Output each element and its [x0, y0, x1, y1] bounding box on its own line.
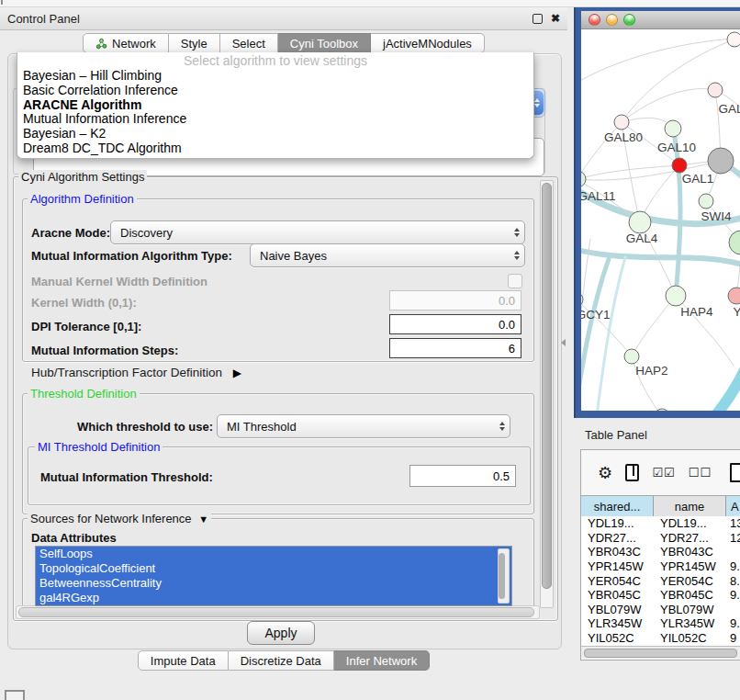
dpi-tolerance-input[interactable]: 0.0 [389, 314, 521, 334]
network-node-gal11[interactable] [581, 171, 586, 187]
tab-infer-network[interactable]: Infer Network [334, 650, 430, 671]
table-row[interactable]: YLR345WYLR345W9. [581, 616, 740, 631]
docked-panel-icon[interactable] [5, 690, 25, 700]
tab-style[interactable]: Style [169, 33, 220, 53]
table-hscrollbar-thumb[interactable] [584, 649, 737, 658]
algorithm-option-mutual-information-inference[interactable]: Mutual Information Inference [17, 112, 533, 127]
table-row[interactable]: YBR045CYBR045C9. [581, 588, 740, 603]
network-node-swi4[interactable] [699, 194, 713, 209]
minimize-button[interactable] [606, 14, 618, 26]
columns-icon[interactable] [625, 464, 639, 481]
node-label-hap4: HAP4 [680, 305, 713, 319]
aracne-mode-select[interactable]: Discovery [110, 220, 525, 244]
network-edge[interactable] [581, 39, 734, 86]
expand-right-icon[interactable]: ▶ [233, 367, 241, 379]
network-edge[interactable] [581, 259, 609, 411]
aracne-mode-label: Aracne Mode: [31, 226, 110, 240]
apply-button[interactable]: Apply [247, 621, 315, 645]
column-header-name[interactable]: name [654, 496, 726, 517]
column-header-shared[interactable]: shared... [581, 496, 654, 517]
tab-impute-data[interactable]: Impute Data [138, 650, 229, 671]
network-icon [95, 38, 107, 50]
network-graph[interactable]: GALGAL80GAL10GAL1GAL11SWI4GAL4GCY1HAP4YH… [581, 29, 740, 411]
manual-kernel-label: Manual Kernel Width Definition [31, 275, 207, 288]
close-button[interactable] [589, 14, 600, 26]
network-edge[interactable] [622, 88, 715, 122]
table-cell: YLR345W [581, 616, 654, 630]
table-hscrollbar[interactable] [581, 646, 740, 659]
algorithm-definition-title: Algorithm Definition [28, 192, 137, 206]
spinner-arrows-icon [514, 251, 520, 260]
network-node-gal80[interactable] [614, 115, 629, 130]
network-edge[interactable] [632, 296, 676, 356]
settings-scrollbar-thumb[interactable] [542, 183, 552, 589]
network-node[interactable] [727, 32, 740, 47]
which-threshold-select[interactable]: MI Threshold [217, 414, 510, 438]
network-node-gal1[interactable] [672, 158, 687, 173]
network-node-y[interactable] [728, 288, 740, 304]
attributes-scrollbar[interactable] [498, 548, 510, 604]
mi-steps-input[interactable]: 6 [389, 338, 521, 358]
network-node-hap4[interactable] [666, 286, 686, 306]
network-node-gal4[interactable] [629, 211, 651, 233]
settings-hscrollbar[interactable] [16, 605, 540, 619]
kernel-width-label: Kernel Width (0,1): [31, 296, 137, 310]
tab-select[interactable]: Select [220, 33, 278, 53]
tab-cyni-toolbox[interactable]: Cyni Toolbox [278, 33, 371, 53]
table-cell: YIL052C [581, 631, 654, 645]
algorithm-option-basic-correlation-inference[interactable]: Basic Correlation Inference [17, 84, 533, 98]
network-node[interactable] [729, 231, 740, 254]
network-node[interactable] [708, 148, 734, 174]
hub-definition-toggle[interactable]: Hub/Transcription Factor Definition ▶ [31, 366, 241, 379]
mi-algorithm-type-select[interactable]: Naive Bayes [250, 243, 525, 267]
table-row[interactable]: YDL19...YDL19...13 [581, 516, 740, 531]
table-panel: ⚙ ☑☑ ☐☐ shared...nameA YDL19...YDL19...1… [580, 449, 740, 660]
data-attribute-item[interactable]: TopologicalCoefficient [36, 561, 511, 576]
network-node-hap2[interactable] [624, 349, 639, 364]
table-row[interactable]: YER054CYER054C8. [581, 573, 740, 588]
tab-label: Network [112, 37, 156, 51]
network-node-gal10[interactable] [665, 120, 681, 137]
document-icon[interactable] [730, 463, 740, 482]
settings-hscrollbar-thumb[interactable] [18, 607, 534, 617]
float-window-icon[interactable] [533, 14, 543, 24]
algorithm-option-dream8-dc-tdc-algorithm[interactable]: Dream8 DC_TDC Algorithm [17, 141, 533, 156]
algorithm-option-bayesian-hill-climbing[interactable]: Bayesian – Hill Climbing [17, 69, 533, 84]
data-attributes-list[interactable]: SelfLoopsTopologicalCoefficientBetweenne… [35, 546, 512, 606]
mi-threshold-input[interactable]: 0.5 [409, 465, 516, 487]
zoom-button[interactable] [623, 14, 635, 26]
split-pane-arrow[interactable] [561, 339, 566, 346]
table-cell: YDR27... [581, 531, 654, 545]
table-row[interactable]: YDR27...YDR27...12 [581, 531, 740, 546]
tab-network[interactable]: Network [83, 33, 169, 53]
table-cell: YDL19... [581, 516, 654, 530]
data-attribute-item[interactable]: BetweennessCentrality [36, 576, 511, 591]
select-all-checkboxes-icon[interactable]: ☑☑ [652, 466, 675, 480]
tab-discretize-data[interactable]: Discretize Data [229, 650, 334, 671]
manual-kernel-checkbox[interactable] [508, 274, 522, 288]
control-panel-title: Control Panel [7, 12, 80, 26]
node-label-hap2: HAP2 [635, 364, 667, 378]
attributes-scrollbar-thumb[interactable] [499, 553, 505, 599]
tab-jactivemnodules[interactable]: jActiveMNodules [371, 33, 485, 53]
algorithm-option-aracne-algorithm[interactable]: ARACNE Algorithm [17, 98, 533, 113]
data-attribute-item[interactable]: SelfLoops [36, 547, 511, 561]
algorithm-option-bayesian-k2[interactable]: Bayesian – K2 [17, 127, 533, 141]
close-icon[interactable]: ✖ [551, 13, 560, 24]
network-edge[interactable] [674, 132, 680, 296]
column-header-a[interactable]: A [726, 496, 740, 517]
table-row[interactable]: YIL052CYIL052C9 [581, 631, 740, 646]
network-node[interactable] [708, 83, 723, 97]
kernel-width-input[interactable]: 0.0 [389, 290, 521, 310]
network-edge[interactable] [708, 358, 740, 411]
data-attribute-item[interactable]: gal4RGexp [36, 591, 511, 605]
table-row[interactable]: YBL079WYBL079W [581, 603, 740, 617]
gear-icon[interactable]: ⚙ [598, 465, 612, 481]
table-row[interactable]: YBR043CYBR043C [581, 545, 740, 559]
dropdown-item-list: Bayesian – Hill ClimbingBasic Correlatio… [17, 69, 533, 156]
collapse-down-icon[interactable]: ▼ [198, 514, 208, 525]
settings-scrollbar[interactable] [540, 180, 554, 608]
deselect-all-checkboxes-icon[interactable]: ☐☐ [689, 466, 712, 480]
network-canvas[interactable]: GALGAL80GAL10GAL1GAL11SWI4GAL4GCY1HAP4YH… [581, 29, 740, 411]
table-row[interactable]: YPR145WYPR145W9. [581, 559, 740, 574]
